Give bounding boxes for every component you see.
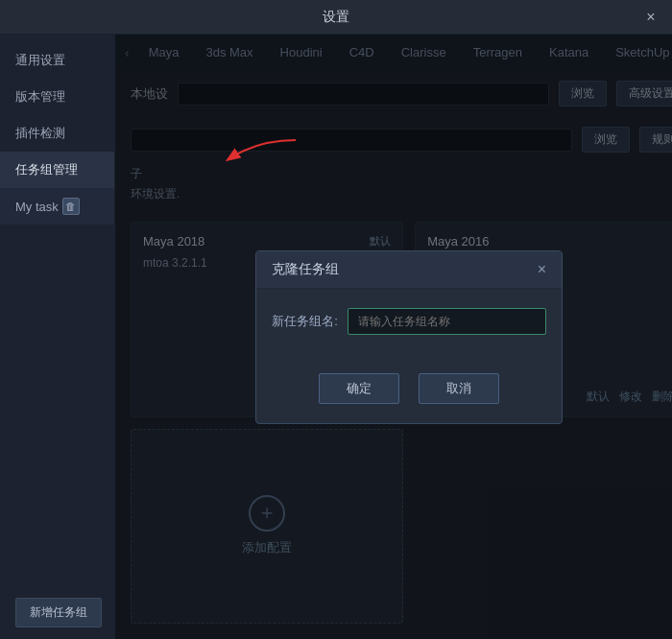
modal-cancel-button[interactable]: 取消 [419,373,499,404]
modal-taskgroup-name-input[interactable] [348,308,546,335]
content-area: ‹ Maya 3ds Max Houdini C4D Clarisse Terr… [115,35,672,639]
sidebar-item-taskgroup[interactable]: 任务组管理 [0,152,114,188]
main-layout: 通用设置 版本管理 插件检测 任务组管理 My task 🗑 新增任务组 ‹ M… [0,35,672,639]
window-title: 设置 [323,9,349,26]
modal-header: 克隆任务组 × [256,251,562,289]
trash-icon[interactable]: 🗑 [62,198,80,215]
sidebar-item-mytask[interactable]: My task 🗑 [0,188,114,225]
modal-body: 新任务组名: [256,289,562,373]
modal-field-label: 新任务组名: [272,313,338,330]
sidebar-item-general[interactable]: 通用设置 [0,42,114,79]
modal-footer: 确定 取消 [256,373,562,423]
sidebar: 通用设置 版本管理 插件检测 任务组管理 My task 🗑 新增任务组 [0,35,115,639]
title-bar: 设置 × [0,0,672,35]
modal-confirm-button[interactable]: 确定 [319,373,399,404]
modal-overlay: 克隆任务组 × 新任务组名: 确定 取消 [115,35,672,639]
sidebar-item-version[interactable]: 版本管理 [0,79,114,115]
window-close-button[interactable]: × [641,8,660,27]
add-group-button[interactable]: 新增任务组 [15,598,102,627]
sidebar-item-plugin[interactable]: 插件检测 [0,115,114,152]
modal-title: 克隆任务组 [272,261,339,278]
clone-taskgroup-modal: 克隆任务组 × 新任务组名: 确定 取消 [255,250,563,424]
mytask-label: My task [15,200,59,214]
modal-close-button[interactable]: × [538,262,546,277]
sidebar-bottom: 新增任务组 [0,586,114,639]
modal-field: 新任务组名: [272,308,546,335]
